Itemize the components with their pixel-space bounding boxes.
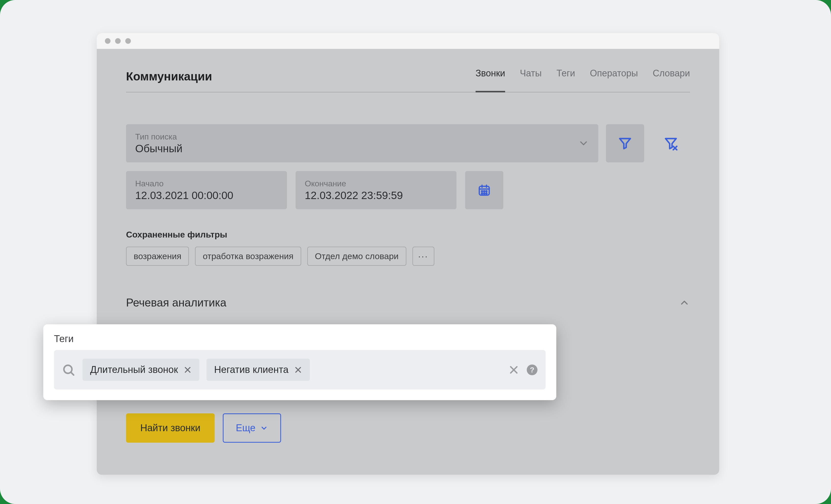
svg-point-10 [486,191,487,192]
tags-input[interactable]: Длительный звонок Негатив клиента ? [54,350,546,389]
tab-dictionaries[interactable]: Словари [653,68,690,85]
calendar-button[interactable] [465,171,503,209]
search-type-select[interactable]: Тип поиска Обычный [126,124,598,162]
tag-pill-label: Длительный звонок [90,364,178,375]
tag-pill: Длительный звонок [83,359,199,381]
date-start-label: Начало [135,179,278,188]
svg-point-11 [482,193,483,194]
saved-filters-label: Сохраненные фильтры [126,230,690,240]
clear-all-icon[interactable] [509,364,519,375]
tag-pill: Негатив клиента [206,359,310,381]
date-start-value: 12.03.2021 00:00:00 [135,189,278,202]
window-dot [125,38,131,44]
more-button[interactable]: Еще [223,413,281,443]
tab-chats[interactable]: Чаты [520,68,542,85]
window-titlebar [97,33,719,49]
svg-marker-0 [620,139,630,149]
svg-point-8 [482,191,483,192]
tag-pill-label: Негатив клиента [214,364,288,375]
search-type-label: Тип поиска [135,132,182,142]
window-dot [115,38,121,44]
search-icon [62,363,75,377]
help-icon[interactable]: ? [526,364,538,376]
date-end-label: Окончание [305,179,447,188]
svg-point-13 [486,193,487,194]
svg-point-9 [484,191,485,192]
date-start-input[interactable]: Начало 12.03.2021 00:00:00 [126,171,287,209]
saved-filter-more[interactable]: ··· [412,247,434,266]
calendar-icon [478,183,491,197]
clear-filter-button[interactable] [652,124,690,162]
page-title: Коммуникации [126,69,212,83]
tab-operators[interactable]: Операторы [590,68,638,85]
speech-analytics-title: Речевая аналитика [126,296,226,309]
filter-button[interactable] [606,124,644,162]
close-icon[interactable] [183,366,192,374]
filter-icon [618,136,632,150]
saved-filter-chip[interactable]: отработка возражения [195,247,301,266]
chevron-down-icon [578,138,589,149]
date-end-value: 12.03.2022 23:59:59 [305,189,447,202]
more-button-label: Еще [236,422,255,434]
search-type-value: Обычный [135,143,182,155]
close-icon[interactable] [294,366,302,374]
saved-filter-chip[interactable]: возражения [126,247,189,266]
saved-filter-chip[interactable]: Отдел демо словари [307,247,406,266]
svg-line-15 [71,372,74,375]
tab-calls[interactable]: Звонки [476,68,505,85]
tabs: Звонки Чаты Теги Операторы Словари [476,68,690,85]
date-end-input[interactable]: Окончание 12.03.2022 23:59:59 [295,171,457,209]
saved-filters-row: возражения отработка возражения Отдел де… [126,247,690,266]
filter-clear-icon [664,136,678,150]
search-button[interactable]: Найти звонки [126,413,214,443]
svg-point-12 [484,193,485,194]
tags-popover: Теги Длительный звонок Негатив клиента ? [43,324,556,400]
chevron-up-icon[interactable] [679,297,690,308]
tags-popover-title: Теги [54,333,546,345]
window-dot [105,38,111,44]
svg-text:?: ? [530,365,535,374]
app-window: Коммуникации Звонки Чаты Теги Операторы … [97,33,719,475]
chevron-down-icon [260,424,268,432]
tab-tags[interactable]: Теги [556,68,575,85]
